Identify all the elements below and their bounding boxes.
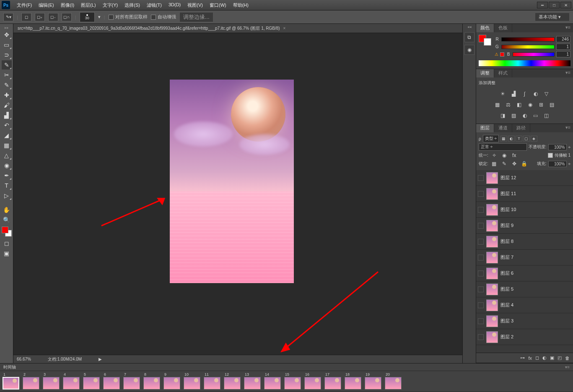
menu-窗口[interactable]: 窗口(W) [206, 1, 230, 10]
frame-thumbnail[interactable] [23, 377, 39, 389]
canvas-image[interactable] [170, 80, 294, 283]
tab-layers[interactable]: 图层 [476, 124, 494, 132]
filter-pixel-icon[interactable]: ▦ [500, 136, 507, 142]
frame-thumbnail[interactable] [264, 377, 281, 389]
bg-swatch[interactable] [484, 38, 491, 46]
menu-图层[interactable]: 图层(L) [78, 1, 99, 10]
healing-tool[interactable]: ✚ [2, 90, 12, 100]
delete-layer-icon[interactable]: 🗑 [565, 356, 570, 361]
group-icon[interactable]: ▣ [550, 355, 554, 361]
frame-thumbnail[interactable] [143, 377, 160, 389]
workspace-switcher[interactable]: 基本功能 ▾ [535, 13, 570, 21]
timeline-frame[interactable]: 16 [304, 372, 323, 389]
panel-menu-icon[interactable]: ▾≡ [563, 69, 573, 77]
threshold-icon[interactable]: ◐ [521, 112, 529, 119]
frame-thumbnail[interactable] [3, 377, 19, 389]
eraser-tool[interactable]: ◢ [2, 131, 12, 140]
layer-thumbnail[interactable] [486, 252, 498, 263]
exposure-icon[interactable]: ◐ [532, 90, 540, 98]
timeline-frame[interactable]: 7 [123, 372, 142, 389]
eyedropper-tool[interactable]: ✎ [2, 80, 12, 90]
tab-swatches[interactable]: 色板 [494, 24, 512, 32]
hand-tool[interactable]: ✋ [2, 205, 12, 214]
timeline-frame[interactable]: 10 [184, 372, 202, 389]
foreground-color[interactable] [2, 227, 8, 233]
g-slider[interactable] [501, 45, 555, 49]
blur-tool[interactable]: △ [2, 151, 12, 160]
quick-mask-icon[interactable]: ◻ [2, 239, 12, 248]
visibility-toggle[interactable] [478, 334, 484, 340]
layer-fx-icon[interactable]: fx [528, 356, 532, 361]
brightness-icon[interactable]: ☀ [499, 90, 507, 98]
sample-all-checkbox[interactable]: 对所有图层取样 [109, 14, 148, 20]
layer-row[interactable]: 图层 2 [476, 329, 573, 345]
lasso-tool[interactable]: ⊃ [2, 50, 12, 59]
panel-menu-icon[interactable]: ▾≡ [563, 124, 573, 132]
filter-smart-icon[interactable]: ◈ [531, 136, 537, 142]
frame-thumbnail[interactable] [284, 377, 301, 389]
tab-adjust[interactable]: 调整 [476, 69, 494, 77]
zoom-tool[interactable]: 🔍 [2, 215, 12, 224]
lock-trans-icon[interactable]: ▦ [490, 160, 498, 168]
move-tool[interactable]: ✥ [2, 30, 12, 39]
frame-thumbnail[interactable] [365, 377, 381, 389]
timeline-frame[interactable]: 3 [43, 372, 61, 389]
visibility-toggle[interactable] [478, 207, 484, 213]
visibility-toggle[interactable] [478, 255, 484, 260]
layer-thumbnail[interactable] [486, 204, 498, 216]
menu-帮助[interactable]: 帮助(H) [230, 1, 252, 10]
visibility-toggle[interactable] [478, 191, 484, 197]
gradient-tool[interactable]: ▦ [2, 141, 12, 150]
frame-thumbnail[interactable] [324, 377, 341, 389]
maximize-button[interactable]: □ [549, 2, 560, 8]
visibility-toggle[interactable] [478, 302, 484, 308]
menu-文件[interactable]: 文件(F) [13, 1, 35, 10]
refine-edge-button[interactable]: 调整边缘... [179, 12, 213, 22]
timeline-frame[interactable]: 4 [63, 372, 81, 389]
marquee-tool[interactable]: ▭ [2, 40, 12, 49]
layer-row[interactable]: 图层 4 [476, 297, 573, 313]
frame-thumbnail[interactable] [244, 377, 261, 389]
frames-strip[interactable]: 1234567891011121314151617181920 [0, 371, 573, 391]
frame-thumbnail[interactable] [163, 377, 180, 389]
timeline-frame[interactable]: 11 [204, 372, 222, 389]
document-tab[interactable]: src=http___p7.itc.cn_q_70_images03_20200… [13, 24, 462, 33]
blend-mode-select[interactable]: 正常 ÷ [479, 143, 527, 151]
invert-icon[interactable]: ◨ [499, 112, 507, 119]
tool-preset-icon[interactable]: ✎▾ [3, 13, 13, 21]
frame-thumbnail[interactable] [345, 377, 361, 389]
panel-menu-icon[interactable]: ▾≡ [565, 365, 570, 369]
color-picker[interactable] [2, 227, 12, 237]
timeline-frame[interactable]: 19 [365, 372, 383, 389]
layer-thumbnail[interactable] [486, 299, 498, 311]
auto-enhance-checkbox[interactable]: 自动增强 [151, 14, 176, 20]
selection-add-icon[interactable]: ◻₊ [35, 13, 45, 21]
frame-thumbnail[interactable] [63, 377, 80, 389]
bw-icon[interactable]: ◧ [515, 101, 524, 108]
visibility-toggle[interactable] [478, 286, 484, 292]
layer-list[interactable]: 图层 12 图层 11 图层 10 图层 9 图层 8 图层 7 图层 6 图层… [476, 170, 573, 353]
layer-row[interactable]: 图层 7 [476, 250, 573, 266]
visibility-toggle[interactable] [478, 271, 484, 276]
unify-vis-icon[interactable]: ◉ [500, 152, 508, 159]
layer-row[interactable]: 图层 6 [476, 266, 573, 281]
frame-thumbnail[interactable] [184, 377, 200, 389]
menu-编辑[interactable]: 编辑(E) [35, 1, 57, 10]
layer-thumbnail[interactable] [486, 172, 498, 184]
frame-thumbnail[interactable] [43, 377, 60, 389]
channel-mixer-icon[interactable]: ⊞ [537, 101, 545, 108]
color-spectrum[interactable] [479, 60, 570, 66]
screen-mode-icon[interactable]: ▣ [2, 249, 12, 258]
frame-thumbnail[interactable] [103, 377, 120, 389]
dodge-tool[interactable]: ◉ [2, 161, 12, 170]
timeline-frame[interactable]: 12 [224, 372, 242, 389]
layer-filter-kind[interactable]: 类型 ÷ [483, 135, 499, 142]
frame-thumbnail[interactable] [123, 377, 140, 389]
unify-style-icon[interactable]: fx [510, 152, 519, 159]
menu-文字[interactable]: 文字(Y) [99, 1, 122, 10]
layer-row[interactable]: 图层 10 [476, 202, 573, 218]
r-slider[interactable] [501, 37, 555, 41]
frame-thumbnail[interactable] [385, 377, 402, 389]
opacity-input[interactable]: 100% [548, 144, 567, 150]
zoom-level[interactable]: 66.67% [17, 357, 31, 361]
